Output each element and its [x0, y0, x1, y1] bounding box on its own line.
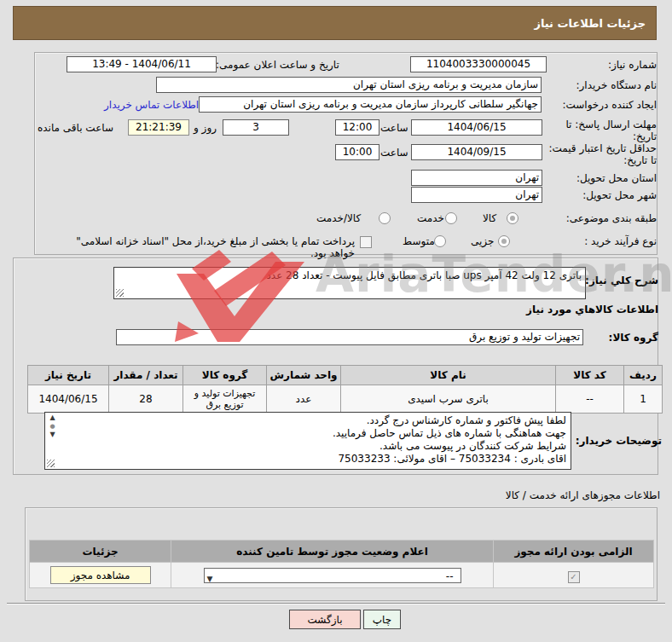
scroll-down-icon[interactable]: ▼ — [46, 431, 59, 439]
need-number-label: شماره نیاز: — [608, 59, 657, 71]
cell-item-code: -- — [556, 385, 624, 414]
col-license-status: اعلام وضعیت مجوز توسط تامین کننده — [171, 541, 494, 563]
col-unit: واحد شمارش — [267, 366, 341, 385]
footer-divider — [7, 603, 665, 604]
permits-header-row: الزامی بودن ارائه مجوز اعلام وضعیت مجوز … — [30, 541, 654, 563]
buyer-note-line: اقای بادری : 75033234 – اقای مولائی: 750… — [61, 453, 566, 466]
radio-service[interactable] — [445, 212, 457, 224]
cell-quantity: 28 — [109, 385, 183, 414]
price-validity-label: حداقل تاریخ اعتبار قیمت: تا تاریخ: — [544, 142, 657, 166]
treasury-checkbox[interactable] — [360, 236, 372, 248]
scroll-thumb[interactable]: ● — [46, 422, 59, 431]
col-item-code: کد کالا — [556, 366, 624, 385]
days-remaining-field[interactable]: 3 — [223, 119, 289, 136]
validity-hour-label: ساعت — [380, 147, 408, 159]
reply-deadline-time-field[interactable]: 12:00 — [335, 119, 379, 136]
col-row-number: ردیف — [624, 366, 663, 385]
request-creator-label: ایجاد کننده درخواست: — [562, 99, 657, 111]
delivery-province-label: استان محل تحویل: — [576, 172, 657, 184]
cell-row-number: 1 — [624, 385, 663, 414]
radio-medium-label: متوسط — [403, 235, 435, 247]
buyer-notes-textarea[interactable]: لطفا پیش فاکتور و شماره کارشناس درج گردد… — [44, 412, 571, 470]
need-number-field[interactable]: 1104003330000045 — [410, 56, 547, 72]
checked-checkbox-icon[interactable]: ✓ — [568, 571, 580, 583]
radio-service-label: خدمت — [417, 212, 444, 224]
cell-details: مشاهده مجوز — [30, 563, 171, 588]
radio-goods-label: کالا — [483, 212, 496, 224]
buyer-note-line: جهت هماهنگی با شماره های ذیل تماس حاصل ف… — [61, 427, 566, 440]
buyer-note-line: لطفا پیش فاکتور و شماره کارشناس درج گردد… — [61, 414, 566, 427]
time-remaining-label: ساعت باقی مانده — [38, 122, 113, 134]
permits-table: الزامی بودن ارائه مجوز اعلام وضعیت مجوز … — [29, 540, 654, 588]
license-status-value: -- — [446, 570, 454, 582]
delivery-province-field[interactable]: تهران — [411, 170, 542, 186]
price-validity-time-field[interactable]: 10:00 — [335, 144, 379, 160]
need-description-textarea[interactable]: باتری 12 ولت 42 آمپر ups صبا باتری مطابق… — [113, 267, 586, 299]
license-status-select[interactable]: -- ▼ — [204, 568, 461, 583]
cell-item-name: باتری سرب اسیدی — [341, 385, 556, 414]
permits-row: ✓ -- ▼ مشاهده مجوز — [30, 563, 654, 588]
announce-datetime-label: تاریخ و ساعت اعلان عمومی: — [216, 59, 339, 71]
cell-unit: عدد — [267, 385, 341, 414]
request-creator-field[interactable]: جهانگیر سلطانی کارپرداز سازمان مدیریت و … — [199, 96, 542, 113]
permits-section-title: اطلاعات مجوزهای ارائه خدمت / کالا — [506, 489, 660, 501]
buyer-note-line: شرایط شرکت کنندگان در پیوست می باشد. — [61, 440, 566, 453]
purchase-type-label: نوع فرآیند خرید : — [584, 235, 657, 247]
price-validity-date-field[interactable]: 1404/09/15 — [411, 144, 542, 160]
col-details: جزئیات — [30, 541, 171, 563]
buyer-notes-label: توضیحات خریدار: — [576, 435, 662, 447]
back-button[interactable]: بازگشت — [289, 610, 361, 629]
subject-class-label: طبقه بندی موضوعی: — [566, 212, 657, 224]
buyer-org-label: نام دستگاه خریدار: — [576, 79, 658, 91]
page-title: جزئیات اطلاعات نیاز — [13, 6, 657, 40]
cell-license-required: ✓ — [494, 563, 654, 588]
radio-goods-service[interactable] — [379, 212, 391, 224]
scroll-up-icon[interactable]: ▲ — [46, 414, 59, 422]
goods-group-label: گروه کالا: — [609, 332, 658, 344]
need-description-label: شرح کلي نیاز: — [585, 275, 658, 286]
time-remaining-field[interactable]: 21:21:39 — [128, 119, 189, 136]
col-license-required: الزامی بودن ارائه مجوز — [494, 541, 654, 563]
need-details-page: جزئیات اطلاعات نیاز شماره نیاز: 11040033… — [0, 0, 672, 642]
announce-datetime-field[interactable]: 1404/06/11 - 13:49 — [67, 56, 217, 72]
col-item-name: نام کالا — [341, 366, 556, 385]
goods-section-title: اطلاعات کالاهاي مورد نیاز — [526, 304, 658, 315]
goods-group-field[interactable]: تجهیزات تولید و توزیع برق — [116, 329, 583, 345]
radio-minor-label: جزیی — [471, 235, 494, 247]
deadline-hour-label: ساعت — [380, 122, 408, 134]
chevron-down-icon: ▼ — [207, 571, 213, 587]
radio-goods[interactable] — [507, 212, 518, 224]
goods-table-row: 1 -- باتری سرب اسیدی عدد تجهیزات تولید و… — [28, 385, 663, 414]
goods-table-header-row: ردیف کد کالا نام کالا واحد شمارش گروه کا… — [28, 366, 663, 385]
col-group: گروه کالا — [183, 366, 267, 385]
radio-minor[interactable] — [498, 235, 510, 247]
resize-handle-icon[interactable] — [47, 460, 55, 467]
need-description-text: باتری 12 ولت 42 آمپر ups صبا باتری مطابق… — [114, 268, 585, 283]
buyer-contact-link[interactable]: اطلاعات تماس خریدار — [104, 99, 199, 111]
print-button[interactable]: چاپ — [363, 610, 401, 629]
col-need-date: تاریخ نیاز — [28, 366, 109, 385]
reply-deadline-date-field[interactable]: 1404/06/15 — [411, 119, 542, 136]
delivery-city-field[interactable]: تهران — [411, 187, 542, 203]
cell-license-status: -- ▼ — [171, 563, 494, 588]
treasury-note: پرداخت تمام یا بخشی از مبلغ خرید،از محل … — [51, 235, 355, 259]
radio-goods-service-label: کالا/خدمت — [316, 212, 361, 224]
cell-group: تجهیزات تولید و توزیع برق — [183, 385, 267, 414]
radio-medium[interactable] — [434, 235, 446, 247]
goods-table: ردیف کد کالا نام کالا واحد شمارش گروه کا… — [27, 365, 663, 414]
col-quantity: تعداد / مقدار — [109, 366, 183, 385]
buyer-org-field[interactable]: سازمان مدیریت و برنامه ریزی استان تهران — [156, 77, 542, 93]
notes-scrollbar[interactable]: ▲ ● ▼ — [46, 414, 59, 431]
view-license-button[interactable]: مشاهده مجوز — [50, 566, 151, 584]
delivery-city-label: شهر محل تحویل: — [582, 189, 657, 201]
resize-handle-icon[interactable] — [116, 289, 124, 297]
days-and-label: روز و — [194, 122, 217, 134]
cell-need-date: 1404/06/15 — [28, 385, 109, 414]
reply-deadline-label: مهلت ارسال پاسخ: تا تاریخ: — [554, 119, 657, 142]
